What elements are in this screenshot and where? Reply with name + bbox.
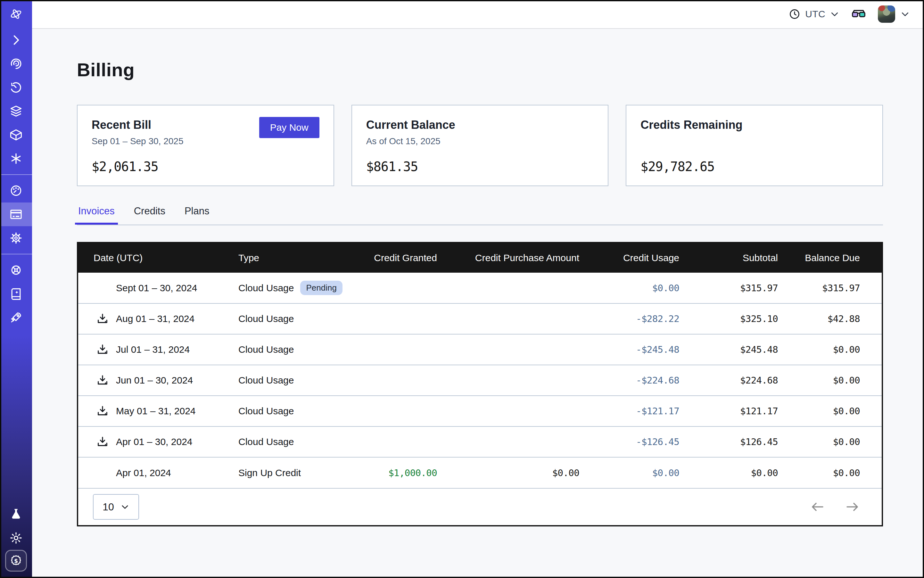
col-date: Date (UTC) [78, 243, 232, 273]
table-row: Sept 01 – 30, 2024 Cloud Usage Pending $… [78, 273, 882, 304]
credit-granted-value [368, 427, 437, 457]
spiral-observe-icon[interactable] [0, 52, 32, 76]
rocket-icon[interactable] [0, 306, 32, 330]
download-invoice-button[interactable] [96, 343, 110, 356]
pay-now-button[interactable]: Pay Now [259, 117, 320, 138]
balance-due-value: $0.00 [778, 365, 882, 396]
balance-due-value: $0.00 [778, 457, 882, 488]
credit-granted-value [368, 396, 437, 427]
credit-usage-value: -$224.68 [579, 365, 679, 396]
download-invoice-button[interactable] [96, 435, 110, 448]
download-icon [96, 312, 109, 325]
gauge-icon[interactable] [0, 179, 32, 203]
download-invoice-button[interactable] [96, 312, 110, 326]
credit-purchase-value [437, 304, 579, 334]
table-row: Apr 01, 2024 Sign Up Credit $1,000.00 $0… [78, 457, 882, 488]
user-menu[interactable] [878, 5, 910, 23]
app-window: $ UTC [0, 0, 924, 578]
col-subtotal: Subtotal [679, 243, 778, 273]
download-icon [96, 435, 109, 448]
invoice-type: Cloud Usage [239, 406, 294, 417]
current-balance-card: Current Balance As of Oct 15, 2025 $861.… [351, 105, 609, 186]
credit-purchase-value [437, 365, 579, 396]
dollar-badge-icon[interactable]: $ [5, 550, 27, 572]
invoice-type: Cloud Usage [239, 437, 294, 447]
credit-usage-value: -$121.17 [579, 396, 679, 427]
tab-credits[interactable]: Credits [133, 205, 167, 225]
sidebar: $ [0, 0, 32, 578]
timezone-label: UTC [805, 9, 825, 19]
svg-text:$: $ [14, 558, 18, 564]
avatar [878, 5, 895, 23]
table-row: May 01 – 31, 2024 Cloud Usage -$121.17 $… [78, 396, 882, 427]
arrow-right-icon[interactable] [844, 499, 860, 515]
billing-tabs: Invoices Credits Plans [77, 205, 883, 225]
arrow-left-icon[interactable] [810, 499, 825, 515]
page-size-select[interactable]: 10 [93, 494, 139, 520]
chevron-right-icon[interactable] [0, 28, 32, 52]
summary-cards: Recent Bill Sep 01 – Sep 30, 2025 Pay No… [77, 105, 883, 186]
flask-icon[interactable] [0, 502, 32, 526]
card-subtitle: Sep 01 – Sep 30, 2025 [92, 136, 183, 146]
table-row: Apr 01 – 30, 2024 Cloud Usage -$126.45 $… [78, 427, 882, 457]
recent-bill-card: Recent Bill Sep 01 – Sep 30, 2025 Pay No… [77, 105, 334, 186]
sun-icon[interactable] [0, 526, 32, 550]
col-credit-purchase: Credit Purchase Amount [437, 243, 579, 273]
cube-icon[interactable] [0, 123, 32, 147]
clock-icon [788, 8, 801, 20]
credits-remaining-card: Credits Remaining $29,782.65 [626, 105, 883, 186]
card-amount: $29,782.65 [640, 159, 715, 174]
balance-due-value: $0.00 [778, 396, 882, 427]
invoice-type: Cloud Usage [239, 375, 294, 386]
reader-glasses-icon[interactable] [851, 6, 866, 22]
asterisk-icon[interactable] [0, 147, 32, 170]
invoice-type: Cloud Usage [239, 313, 294, 324]
credit-usage-value: $0.00 [579, 273, 679, 304]
invoice-type: Cloud Usage [239, 344, 294, 355]
helm-wheel-icon[interactable] [0, 258, 32, 282]
credit-granted-value: $1,000.00 [368, 457, 437, 488]
main-area: UTC Billing [32, 0, 924, 578]
credit-granted-value [368, 365, 437, 396]
invoice-date: Apr 01 – 30, 2024 [116, 437, 193, 447]
balance-due-value: $0.00 [778, 334, 882, 365]
invoice-date: May 01 – 31, 2024 [116, 406, 196, 417]
timezone-selector[interactable]: UTC [788, 8, 840, 20]
docs-book-icon[interactable] [0, 282, 32, 306]
col-type: Type [232, 243, 368, 273]
credit-granted-value [368, 304, 437, 334]
tab-plans[interactable]: Plans [183, 205, 211, 225]
card-amount: $2,061.35 [92, 159, 158, 174]
credit-purchase-value [437, 334, 579, 365]
subtotal-value: $126.45 [679, 427, 778, 457]
subtotal-value: $325.10 [679, 304, 778, 334]
tabs-underline [77, 225, 883, 225]
invoices-table: Date (UTC) Type Credit Granted Credit Pu… [77, 242, 883, 526]
sidebar-spacer [0, 330, 32, 502]
balance-due-value: $0.00 [778, 427, 882, 457]
subtotal-value: $224.68 [679, 365, 778, 396]
page-title: Billing [77, 59, 883, 80]
status-badge: Pending [300, 281, 342, 295]
col-balance-due: Balance Due [778, 243, 882, 273]
history-timer-icon[interactable] [0, 76, 32, 99]
topbar: UTC [32, 0, 924, 29]
balance-due-value: $42.88 [778, 304, 882, 334]
table-row: Jul 01 – 31, 2024 Cloud Usage -$245.48 $… [78, 334, 882, 365]
credit-usage-value: -$126.45 [579, 427, 679, 457]
gear-icon[interactable] [0, 226, 32, 250]
table-row: Jun 01 – 30, 2024 Cloud Usage -$224.68 $… [78, 365, 882, 396]
table-footer: 10 [78, 488, 882, 525]
billing-card-icon[interactable] [0, 203, 32, 226]
sidebar-divider [0, 254, 32, 254]
download-icon [96, 405, 109, 417]
download-invoice-button[interactable] [96, 373, 110, 387]
tab-invoices[interactable]: Invoices [77, 205, 116, 225]
invoice-date: Apr 01, 2024 [116, 468, 171, 478]
col-credit-usage: Credit Usage [579, 243, 679, 273]
download-icon [96, 343, 109, 356]
subtotal-value: $0.00 [679, 457, 778, 488]
layers-icon[interactable] [0, 99, 32, 123]
logo-orbit-icon[interactable] [0, 0, 32, 28]
download-invoice-button[interactable] [96, 404, 110, 418]
